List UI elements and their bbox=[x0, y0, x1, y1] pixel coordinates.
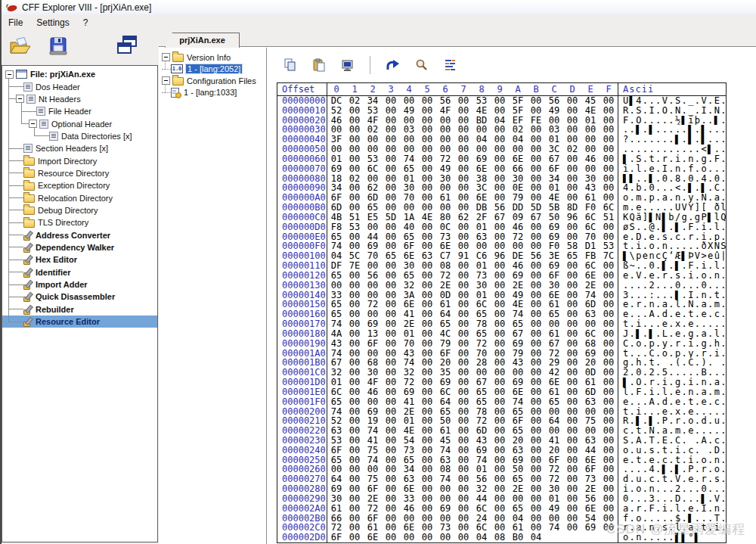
hex-byte-cell[interactable]: 00 bbox=[418, 203, 436, 213]
hex-byte-cell[interactable]: 00 bbox=[345, 203, 364, 213]
hex-byte-cell[interactable]: 00 bbox=[382, 281, 400, 291]
hex-byte-cell[interactable]: 66 bbox=[509, 164, 527, 174]
resource-item-1-lang-1033[interactable]: 1 - [lang:1033] bbox=[159, 87, 266, 99]
hex-byte-cell[interactable]: 00 bbox=[382, 504, 400, 514]
hex-byte-cell[interactable]: 00 bbox=[491, 96, 509, 106]
hex-byte-cell[interactable]: 00 bbox=[527, 154, 545, 164]
hex-ascii[interactable]: ....2...0...0... bbox=[618, 281, 726, 291]
hex-byte-cell[interactable]: 00 bbox=[527, 397, 545, 407]
hex-byte-cell[interactable]: 74 bbox=[436, 446, 454, 455]
hex-byte-cell[interactable]: 00 bbox=[527, 106, 545, 116]
hex-byte-cell[interactable]: 00 bbox=[491, 397, 509, 407]
hex-byte-cell[interactable]: 65 bbox=[545, 397, 563, 407]
hex-byte-cell[interactable]: 34 bbox=[364, 96, 382, 106]
hex-byte-cell[interactable]: 00 bbox=[491, 494, 509, 504]
hex-byte-cell[interactable]: 46 bbox=[400, 504, 418, 514]
hex-byte-cell[interactable]: 52 bbox=[327, 106, 345, 116]
hex-byte-cell[interactable]: 00 bbox=[454, 378, 472, 387]
hex-byte-cell[interactable]: 00 bbox=[454, 106, 472, 116]
hex-byte-cell[interactable]: 00 bbox=[527, 164, 545, 174]
hex-byte-cell[interactable]: DC bbox=[327, 96, 345, 106]
hex-byte-cell[interactable]: 00 bbox=[600, 339, 618, 349]
hex-byte-cell[interactable]: 69 bbox=[472, 154, 491, 164]
hex-byte-cell[interactable]: 41 bbox=[364, 436, 382, 446]
hex-byte-cell[interactable]: 69 bbox=[327, 164, 345, 174]
hex-byte-cell[interactable]: 00 bbox=[563, 494, 581, 504]
fill-button[interactable] bbox=[339, 57, 356, 73]
hex-byte-cell[interactable]: 00 bbox=[418, 106, 436, 116]
hex-byte-cell[interactable]: 00 bbox=[418, 504, 436, 514]
tree-item-import-adder[interactable]: Import Adder bbox=[2, 278, 157, 291]
hex-byte-cell[interactable]: 00 bbox=[600, 494, 618, 504]
hex-byte-cell[interactable]: 51 bbox=[600, 213, 618, 222]
hex-byte-cell[interactable]: 00 bbox=[491, 319, 509, 329]
hex-byte-cell[interactable]: 65 bbox=[364, 203, 382, 213]
hex-byte-cell[interactable]: 6C bbox=[581, 213, 600, 222]
tree-item-resource-directory[interactable]: Resource Directory bbox=[2, 167, 157, 179]
hex-byte-cell[interactable]: 00 bbox=[563, 378, 581, 387]
hex-byte-cell[interactable]: 64 bbox=[436, 397, 454, 407]
expander-minus[interactable] bbox=[162, 53, 170, 61]
hex-byte-cell[interactable]: 00 bbox=[527, 436, 545, 446]
hex-ascii[interactable]: ▌\pencÇ‘Æ▌ÞV>eû| bbox=[618, 251, 726, 261]
hex-byte-cell[interactable]: 2E bbox=[581, 281, 600, 291]
hex-byte-cell[interactable]: 00 bbox=[327, 281, 345, 291]
hex-ascii[interactable]: 2.0.2.5.....B... bbox=[618, 368, 726, 378]
hex-byte-cell[interactable]: 00 bbox=[418, 319, 436, 329]
hex-byte-cell[interactable]: 62 bbox=[454, 213, 472, 222]
tree-item-file-prjxian-exe[interactable]: File: prjXiAn.exe bbox=[2, 68, 157, 80]
hex-byte-cell[interactable]: 5F bbox=[509, 106, 527, 116]
hex-byte-cell[interactable]: 00 bbox=[382, 446, 400, 455]
tree-item-address-converter[interactable]: Address Converter bbox=[2, 228, 157, 241]
tree-item-section-headers-x[interactable]: Section Headers [x] bbox=[2, 142, 157, 154]
hex-byte-cell[interactable]: 00 bbox=[418, 397, 436, 407]
hex-ascii[interactable]: øS..@.▌.▌.F.i.l. bbox=[618, 222, 726, 232]
hex-byte-cell[interactable]: 00 bbox=[491, 339, 509, 349]
hex-byte-cell[interactable]: 00 bbox=[454, 222, 472, 232]
hex-byte-cell[interactable]: 65 bbox=[472, 397, 491, 407]
hex-byte-cell[interactable]: 00 bbox=[527, 329, 545, 339]
hex-byte-cell[interactable]: 00 bbox=[600, 397, 618, 407]
hex-byte-cell[interactable]: 01 bbox=[400, 329, 418, 339]
hex-byte-cell[interactable]: 00 bbox=[600, 106, 618, 116]
hex-byte-cell[interactable]: 43 bbox=[472, 436, 491, 446]
hex-byte-cell[interactable]: 00 bbox=[600, 261, 618, 271]
hex-byte-cell[interactable]: F8 bbox=[327, 222, 345, 232]
hex-byte-cell[interactable]: 72 bbox=[472, 339, 491, 349]
hex-byte-cell[interactable]: 00 bbox=[563, 319, 581, 329]
hex-byte-cell[interactable]: 00 bbox=[527, 281, 545, 291]
hex-ascii[interactable]: ß~..0.▌.▌.F.i.l. bbox=[618, 261, 726, 271]
hex-byte-cell[interactable]: 00 bbox=[345, 281, 364, 291]
hex-byte-cell[interactable]: 00 bbox=[454, 397, 472, 407]
hex-byte-cell[interactable]: 00 bbox=[418, 378, 436, 387]
hex-byte-cell[interactable]: 6F bbox=[327, 533, 345, 542]
hex-byte-cell[interactable]: 80 bbox=[436, 213, 454, 222]
hex-byte-cell[interactable]: 72 bbox=[436, 154, 454, 164]
hex-byte-cell[interactable]: 00 bbox=[563, 106, 581, 116]
tree-item-quick-disassembler[interactable]: Quick Disassembler bbox=[2, 291, 157, 303]
hex-byte-cell[interactable]: 00 bbox=[600, 436, 618, 446]
tree-item-debug-directory[interactable]: Debug Directory bbox=[2, 204, 157, 216]
hex-byte-cell[interactable]: 6E bbox=[509, 387, 527, 397]
hex-ascii[interactable]: i.l.e.I.n.f.o... bbox=[618, 164, 726, 174]
hex-byte-cell[interactable]: 00 bbox=[454, 164, 472, 174]
hex-byte-cell[interactable]: 6C bbox=[581, 222, 600, 232]
hex-byte-cell[interactable]: 00 bbox=[400, 96, 418, 106]
hex-byte-cell[interactable]: E5 bbox=[364, 213, 382, 222]
hex-byte-cell[interactable]: 00 bbox=[454, 446, 472, 455]
hex-byte-cell[interactable]: 00 bbox=[436, 203, 454, 213]
hex-byte-cell[interactable]: 08 bbox=[491, 533, 509, 542]
hex-byte-cell[interactable]: 78 bbox=[472, 319, 491, 329]
hex-byte-cell[interactable]: 00 bbox=[563, 281, 581, 291]
hex-byte-cell[interactable]: 40 bbox=[400, 222, 418, 232]
hex-ascii[interactable]: 4.b.0...<.▌.▌.C. bbox=[618, 183, 726, 193]
hex-ascii[interactable]: 3...:...▌.I.n.t. bbox=[618, 291, 726, 300]
hex-byte-cell[interactable]: 8D bbox=[563, 203, 581, 213]
hex-byte-cell[interactable]: 00 bbox=[563, 446, 581, 455]
hex-byte-cell[interactable]: 00 bbox=[345, 154, 364, 164]
hex-byte-cell[interactable]: 69 bbox=[581, 523, 600, 533]
tree-item-import-directory[interactable]: Import Directory bbox=[2, 154, 157, 166]
hex-byte-cell[interactable]: 00 bbox=[491, 387, 509, 397]
hex-byte-cell[interactable]: 67 bbox=[545, 154, 563, 164]
hex-byte-cell[interactable]: 69 bbox=[436, 504, 454, 514]
